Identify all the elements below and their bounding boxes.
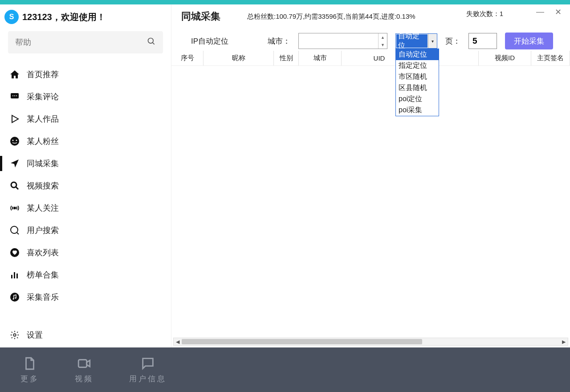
search-input[interactable] <box>15 38 131 47</box>
horizontal-scrollbar[interactable]: ◀ ▶ <box>173 338 568 346</box>
welcome-text: 123123，欢迎使用！ <box>22 11 106 23</box>
spin-up-icon[interactable]: ▲ <box>379 33 387 41</box>
nav-music[interactable]: 采集音乐 <box>0 286 171 308</box>
svg-line-1 <box>153 42 155 44</box>
broadcast-icon <box>8 203 21 213</box>
minimize-button[interactable]: — <box>536 7 544 17</box>
spin-down-icon[interactable]: ▼ <box>379 41 387 49</box>
ip-auto-label: IP自动定位 <box>191 36 228 46</box>
search-bold-icon <box>8 180 21 191</box>
svg-rect-22 <box>78 359 86 367</box>
bottom-video[interactable]: 视频 <box>75 356 94 384</box>
table-header: 序号 昵称 性别 城市 UID 视频ID 主页签名 <box>171 51 570 66</box>
nav-user-search[interactable]: 用户搜索 <box>0 219 171 241</box>
home-icon <box>8 69 21 80</box>
combo-dropdown: 自动定位 指定定位 市区随机 区县随机 poi定位 poi采集 <box>395 49 439 116</box>
page-input[interactable] <box>468 33 497 49</box>
nav-comments[interactable]: 采集评论 <box>0 86 171 108</box>
close-button[interactable]: ✕ <box>554 7 562 17</box>
th-city: 城市 <box>299 51 342 65</box>
search-icon <box>147 37 156 48</box>
file-icon <box>22 356 37 371</box>
nav-label: 用户搜索 <box>27 225 59 236</box>
svg-point-9 <box>16 140 17 141</box>
video-icon <box>77 356 92 371</box>
svg-line-11 <box>16 187 18 189</box>
bottom-bar: 更多 视频 用户信息 <box>0 347 570 392</box>
combo-option[interactable]: 指定定位 <box>396 60 439 71</box>
start-collect-button[interactable]: 开始采集 <box>505 33 553 49</box>
play-icon <box>8 114 21 124</box>
th-gender: 性别 <box>274 51 299 65</box>
combo-option[interactable]: 市区随机 <box>396 71 439 82</box>
app-logo-icon: S <box>4 10 19 24</box>
nav-settings[interactable]: 设置 <box>0 323 171 347</box>
city-label: 城市： <box>268 36 290 46</box>
sidebar-header: S 123123，欢迎使用！ <box>0 4 171 28</box>
heart-icon <box>8 247 21 258</box>
combo-option[interactable]: 区县随机 <box>396 82 439 94</box>
svg-rect-16 <box>14 272 15 278</box>
page-label: 页： <box>445 36 460 46</box>
svg-rect-15 <box>11 275 12 278</box>
settings-label: 设置 <box>27 330 43 340</box>
bottom-user-info[interactable]: 用户信息 <box>129 356 167 384</box>
th-nickname: 昵称 <box>204 51 274 65</box>
bottom-more[interactable]: 更多 <box>20 356 39 384</box>
sidebar: S 123123，欢迎使用！ 首页推荐 采集评论 某人作品 <box>0 4 171 347</box>
nav-works[interactable]: 某人作品 <box>0 108 171 130</box>
gear-icon <box>8 330 21 340</box>
window-controls: — ✕ <box>536 7 562 17</box>
nav-fans[interactable]: 某人粉丝 <box>0 130 171 152</box>
nav-home[interactable]: 首页推荐 <box>0 63 171 86</box>
music-icon <box>8 292 21 302</box>
search-circle-icon <box>8 225 21 236</box>
svg-point-12 <box>11 226 18 233</box>
scroll-right-icon[interactable]: ▶ <box>560 338 568 345</box>
svg-point-0 <box>148 38 154 43</box>
location-mode-combo[interactable]: 自动定位 ▾ 自动定位 指定定位 市区随机 区县随机 poi定位 poi采集 <box>395 33 437 49</box>
nav-label: 某人作品 <box>27 114 59 124</box>
svg-point-18 <box>10 293 19 302</box>
page-title: 同城采集 <box>181 10 220 23</box>
combo-value: 自动定位 <box>396 34 428 48</box>
city-input[interactable]: ▲ ▼ <box>298 33 387 49</box>
th-signature: 主页签名 <box>531 51 570 65</box>
nav-label: 喜欢列表 <box>27 247 59 258</box>
svg-point-10 <box>11 182 16 188</box>
main-panel: 同城采集 总粉丝数:100.79万,约需33596页,当前第44页,进度:0.1… <box>171 4 570 347</box>
search-box[interactable] <box>8 31 163 53</box>
nav-label: 采集音乐 <box>27 292 59 302</box>
svg-line-13 <box>17 233 19 234</box>
nav-following[interactable]: 某人关注 <box>0 197 171 219</box>
combo-option[interactable]: poi定位 <box>396 94 439 105</box>
chat-icon <box>140 356 155 371</box>
nav-label: 首页推荐 <box>27 69 59 80</box>
svg-point-3 <box>12 95 13 96</box>
stats-text: 总粉丝数:100.79万,约需33596页,当前第44页,进度:0.13% <box>247 12 415 21</box>
nav-local-collect[interactable]: 同城采集 <box>0 152 171 175</box>
svg-point-4 <box>14 95 15 96</box>
svg-rect-17 <box>16 274 18 278</box>
combo-option[interactable]: poi采集 <box>396 105 439 116</box>
scroll-left-icon[interactable]: ◀ <box>174 338 182 345</box>
svg-marker-6 <box>12 115 18 122</box>
top-bar: 同城采集 总粉丝数:100.79万,约需33596页,当前第44页,进度:0.1… <box>171 4 570 26</box>
nav-video-search[interactable]: 视频搜索 <box>0 175 171 197</box>
nav-label: 榜单合集 <box>27 270 59 280</box>
location-icon <box>8 158 21 169</box>
city-spinner[interactable]: ▲ ▼ <box>378 33 387 49</box>
svg-point-21 <box>13 334 16 336</box>
scroll-thumb[interactable] <box>182 339 422 344</box>
nav-label: 某人关注 <box>27 203 59 213</box>
nav: 首页推荐 采集评论 某人作品 某人粉丝 同城采集 视频搜索 <box>0 61 171 308</box>
svg-point-7 <box>10 137 19 146</box>
th-index: 序号 <box>171 51 204 65</box>
combo-option[interactable]: 自动定位 <box>396 49 439 60</box>
svg-point-19 <box>13 298 14 300</box>
chevron-down-icon[interactable]: ▾ <box>428 34 437 48</box>
nav-charts[interactable]: 榜单合集 <box>0 264 171 286</box>
scroll-track[interactable] <box>182 338 560 345</box>
th-videoid: 视频ID <box>479 51 531 65</box>
nav-like-list[interactable]: 喜欢列表 <box>0 241 171 264</box>
